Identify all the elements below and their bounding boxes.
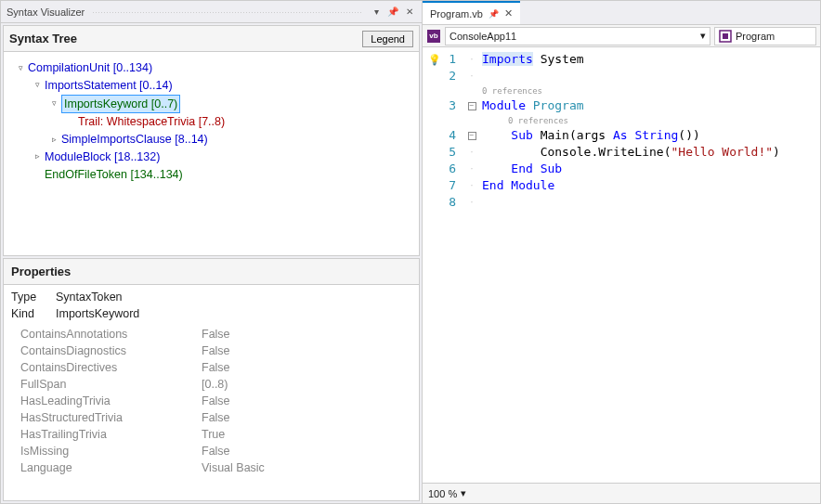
property-row[interactable]: ContainsDiagnosticsFalse [4, 342, 419, 359]
syntax-tree-section: Syntax Tree Legend ▿CompilationUnit [0..… [3, 25, 420, 256]
tree-node-label: EndOfFileToken [134..134) [45, 166, 183, 184]
tree-toggle-icon[interactable]: ▹ [32, 151, 43, 162]
code-line[interactable]: Module Program [482, 97, 820, 114]
syntax-visualizer-panel: Syntax Visualizer ▾ 📌 ✕ Syntax Tree Lege… [0, 0, 423, 504]
property-name: IsMissing [20, 445, 202, 458]
property-summary-row: KindImportsKeyword [11, 305, 411, 322]
tree-node[interactable]: ▿ImportsKeyword [0..7) [9, 95, 413, 114]
tree-node-label: ImportsStatement [0..14) [45, 77, 173, 95]
titlebar-grip[interactable] [92, 11, 362, 13]
fold-cell [462, 84, 482, 97]
zoom-value: 100 % [428, 488, 457, 499]
property-value: [0..8) [202, 378, 419, 391]
fold-toggle-icon[interactable]: − [468, 132, 476, 140]
property-row[interactable]: LanguageVisual Basic [4, 459, 419, 476]
tree-node[interactable]: ▹ModuleBlock [18..132) [9, 149, 413, 166]
property-value: False [202, 328, 419, 341]
tree-toggle-icon[interactable]: ▹ [48, 134, 59, 145]
tree-toggle-icon[interactable]: ▿ [48, 98, 59, 110]
pin-icon[interactable]: 📌 [386, 6, 399, 19]
property-row[interactable]: ContainsAnnotationsFalse [4, 326, 419, 342]
tree-toggle-icon[interactable]: ▿ [15, 62, 26, 73]
property-value: True [202, 428, 419, 441]
property-name: HasTrailingTrivia [20, 428, 202, 441]
fold-cell: · [462, 51, 482, 68]
property-row[interactable]: HasStructuredTriviaFalse [4, 409, 419, 426]
property-row[interactable]: IsMissingFalse [4, 443, 419, 459]
code-line[interactable]: Imports System [482, 51, 820, 68]
tree-toggle-icon[interactable]: ▿ [32, 80, 43, 91]
syntax-tree[interactable]: ▿CompilationUnit [0..134)▿ImportsStateme… [4, 52, 419, 255]
property-row[interactable]: HasLeadingTriviaFalse [4, 393, 419, 409]
chevron-down-icon: ▾ [461, 487, 466, 499]
properties-grid[interactable]: ContainsAnnotationsFalseContainsDiagnost… [4, 326, 419, 500]
fold-cell: · [462, 144, 482, 161]
fold-cell: · [462, 161, 482, 177]
tree-node-label: CompilationUnit [0..134) [28, 59, 152, 77]
dropdown-icon[interactable]: ▾ [370, 6, 383, 19]
project-name: ConsoleApp11 [450, 31, 516, 42]
editor-panel: Program.vb 📌 ✕ vb ConsoleApp11 ▾ Program… [423, 0, 821, 504]
property-name: FullSpan [20, 378, 202, 391]
property-value: False [202, 411, 419, 424]
line-number: 8 [423, 194, 456, 211]
syntax-tree-title: Syntax Tree [9, 32, 362, 45]
tree-node[interactable]: ▹SimpleImportsClause [8..14) [9, 131, 413, 149]
line-number: 2 [423, 68, 456, 84]
property-value: SyntaxToken [56, 291, 123, 304]
scope-dropdown[interactable]: Program [714, 27, 816, 45]
tree-node-label: ImportsKeyword [0..7) [61, 95, 180, 114]
property-name: ContainsDirectives [20, 361, 202, 374]
code-line[interactable]: Console.WriteLine("Hello World!") [482, 144, 820, 161]
tree-node[interactable]: ▿CompilationUnit [0..134) [9, 59, 413, 77]
fold-cell: · [462, 194, 482, 211]
tab-close-icon[interactable]: ✕ [504, 7, 513, 19]
zoom-dropdown[interactable]: 100 % ▾ [428, 487, 466, 499]
property-row[interactable]: HasTrailingTriviaTrue [4, 426, 419, 443]
code-line[interactable]: End Module [482, 177, 820, 194]
tree-node-label: ModuleBlock [18..132) [45, 149, 160, 166]
lightbulb-icon[interactable]: 💡 [428, 54, 441, 66]
tree-node[interactable]: EndOfFileToken [134..134) [9, 166, 413, 184]
fold-cell [462, 114, 482, 127]
close-icon[interactable]: ✕ [403, 6, 416, 19]
tree-node[interactable]: Trail: WhitespaceTrivia [7..8) [9, 113, 413, 131]
line-number: 7 [423, 177, 456, 194]
property-value: False [202, 344, 419, 357]
properties-summary: TypeSyntaxTokenKindImportsKeyword [4, 285, 419, 326]
tree-node-label: Trail: WhitespaceTrivia [7..8) [78, 113, 225, 131]
property-value: False [202, 394, 419, 407]
project-dropdown[interactable]: ConsoleApp11 ▾ [445, 27, 710, 45]
code-line[interactable]: End Sub [482, 161, 820, 177]
editor-toolbar: vb ConsoleApp11 ▾ Program [423, 25, 820, 47]
property-label: Type [11, 291, 46, 304]
property-row[interactable]: FullSpan[0..8) [4, 376, 419, 393]
property-value: False [202, 445, 419, 458]
tab-label: Program.vb [430, 8, 483, 19]
properties-header: Properties [4, 259, 419, 285]
tab-pin-icon[interactable]: 📌 [489, 9, 499, 19]
code-line[interactable]: 0 references [482, 84, 820, 97]
legend-button[interactable]: Legend [362, 31, 413, 47]
fold-cell: · [462, 177, 482, 194]
fold-toggle-icon[interactable]: − [468, 102, 476, 110]
chevron-down-icon: ▾ [700, 30, 706, 42]
property-value: False [202, 361, 419, 374]
tree-toggle-icon [32, 169, 43, 180]
code-line[interactable] [482, 194, 820, 211]
tab-program-vb[interactable]: Program.vb 📌 ✕ [423, 1, 520, 24]
fold-cell: − [462, 127, 482, 144]
tree-node[interactable]: ▿ImportsStatement [0..14) [9, 77, 413, 95]
code-editor[interactable]: 💡 12345678 ··−−···· Imports System0 refe… [423, 47, 820, 483]
module-icon [719, 30, 732, 43]
property-row[interactable]: ContainsDirectivesFalse [4, 359, 419, 376]
code-line[interactable]: 0 references [482, 114, 820, 127]
fold-gutter: ··−−···· [462, 47, 482, 483]
line-number: 💡 1 [423, 51, 456, 68]
code-line[interactable] [482, 68, 820, 84]
code-line[interactable]: Sub Main(args As String()) [482, 127, 820, 144]
property-summary-row: TypeSyntaxToken [11, 289, 411, 305]
line-number-gutter: 💡 12345678 [423, 47, 462, 483]
property-name: ContainsAnnotations [20, 328, 202, 341]
code-area[interactable]: Imports System0 referencesModule Program… [482, 47, 820, 483]
